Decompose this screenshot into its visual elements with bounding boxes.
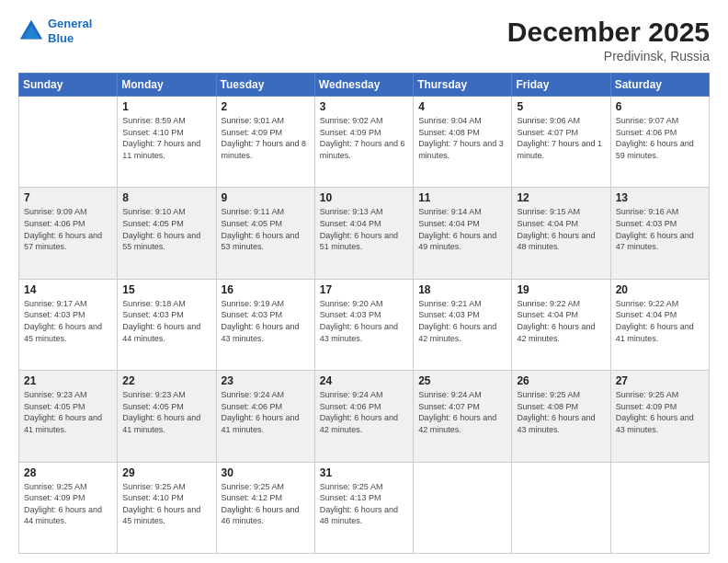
day-number: 27: [616, 374, 704, 387]
table-row: 8 Sunrise: 9:10 AMSunset: 4:05 PMDayligh…: [118, 188, 216, 279]
day-number: 2: [222, 100, 310, 113]
table-row: 18 Sunrise: 9:21 AMSunset: 4:03 PMDaylig…: [414, 279, 512, 370]
calendar-week-1: 1 Sunrise: 8:59 AMSunset: 4:10 PMDayligh…: [19, 97, 710, 188]
table-row: 29 Sunrise: 9:25 AMSunset: 4:10 PMDaylig…: [118, 462, 216, 553]
day-info: Sunrise: 9:21 AMSunset: 4:03 PMDaylight:…: [418, 298, 506, 344]
day-number: 15: [122, 283, 210, 296]
day-number: 28: [24, 466, 112, 479]
table-row: 22 Sunrise: 9:23 AMSunset: 4:05 PMDaylig…: [118, 371, 216, 462]
col-tuesday: Tuesday: [216, 74, 314, 97]
calendar-week-4: 21 Sunrise: 9:23 AMSunset: 4:05 PMDaylig…: [19, 371, 710, 462]
table-row: 28 Sunrise: 9:25 AMSunset: 4:09 PMDaylig…: [19, 462, 118, 553]
day-number: 29: [122, 466, 210, 479]
calendar-week-3: 14 Sunrise: 9:17 AMSunset: 4:03 PMDaylig…: [19, 279, 710, 370]
table-row: [610, 462, 709, 553]
day-info: Sunrise: 9:09 AMSunset: 4:06 PMDaylight:…: [24, 206, 112, 252]
day-number: 6: [616, 100, 704, 113]
day-number: 31: [320, 466, 408, 479]
day-info: Sunrise: 9:22 AMSunset: 4:04 PMDaylight:…: [517, 298, 605, 344]
day-info: Sunrise: 9:25 AMSunset: 4:09 PMDaylight:…: [616, 389, 704, 435]
table-row: 10 Sunrise: 9:13 AMSunset: 4:04 PMDaylig…: [314, 188, 413, 279]
day-number: 12: [517, 191, 605, 204]
day-number: 13: [616, 191, 704, 204]
table-row: 25 Sunrise: 9:24 AMSunset: 4:07 PMDaylig…: [414, 371, 512, 462]
day-number: 22: [122, 374, 210, 387]
table-row: 11 Sunrise: 9:14 AMSunset: 4:04 PMDaylig…: [414, 188, 512, 279]
day-number: 11: [418, 191, 506, 204]
day-info: Sunrise: 9:24 AMSunset: 4:07 PMDaylight:…: [418, 389, 506, 435]
location: Predivinsk, Russia: [507, 49, 710, 63]
day-number: 24: [320, 374, 408, 387]
day-info: Sunrise: 9:13 AMSunset: 4:04 PMDaylight:…: [320, 206, 408, 252]
table-row: 24 Sunrise: 9:24 AMSunset: 4:06 PMDaylig…: [314, 371, 413, 462]
day-info: Sunrise: 9:18 AMSunset: 4:03 PMDaylight:…: [122, 298, 210, 344]
day-info: Sunrise: 9:25 AMSunset: 4:12 PMDaylight:…: [222, 481, 310, 527]
day-info: Sunrise: 9:17 AMSunset: 4:03 PMDaylight:…: [24, 298, 112, 344]
day-number: 19: [517, 283, 605, 296]
day-info: Sunrise: 9:16 AMSunset: 4:03 PMDaylight:…: [616, 206, 704, 252]
day-info: Sunrise: 9:22 AMSunset: 4:04 PMDaylight:…: [616, 298, 704, 344]
page: General Blue December 2025 Predivinsk, R…: [0, 0, 728, 563]
table-row: 23 Sunrise: 9:24 AMSunset: 4:06 PMDaylig…: [216, 371, 314, 462]
day-number: 26: [517, 374, 605, 387]
day-number: 1: [122, 100, 210, 113]
day-number: 21: [24, 374, 112, 387]
day-info: Sunrise: 9:19 AMSunset: 4:03 PMDaylight:…: [222, 298, 310, 344]
col-wednesday: Wednesday: [314, 74, 413, 97]
logo: General Blue: [18, 17, 92, 45]
day-number: 18: [418, 283, 506, 296]
day-info: Sunrise: 9:04 AMSunset: 4:08 PMDaylight:…: [418, 115, 506, 161]
table-row: 12 Sunrise: 9:15 AMSunset: 4:04 PMDaylig…: [512, 188, 610, 279]
table-row: 14 Sunrise: 9:17 AMSunset: 4:03 PMDaylig…: [19, 279, 118, 370]
day-number: 20: [616, 283, 704, 296]
logo-icon: [18, 18, 44, 44]
day-info: Sunrise: 9:25 AMSunset: 4:10 PMDaylight:…: [122, 481, 210, 527]
day-number: 17: [320, 283, 408, 296]
table-row: 26 Sunrise: 9:25 AMSunset: 4:08 PMDaylig…: [512, 371, 610, 462]
table-row: 20 Sunrise: 9:22 AMSunset: 4:04 PMDaylig…: [610, 279, 709, 370]
table-row: 31 Sunrise: 9:25 AMSunset: 4:13 PMDaylig…: [314, 462, 413, 553]
col-saturday: Saturday: [610, 74, 709, 97]
day-info: Sunrise: 9:10 AMSunset: 4:05 PMDaylight:…: [122, 206, 210, 252]
day-info: Sunrise: 8:59 AMSunset: 4:10 PMDaylight:…: [122, 115, 210, 161]
table-row: 4 Sunrise: 9:04 AMSunset: 4:08 PMDayligh…: [414, 97, 512, 188]
day-info: Sunrise: 9:25 AMSunset: 4:13 PMDaylight:…: [320, 481, 408, 527]
calendar-table: Sunday Monday Tuesday Wednesday Thursday…: [18, 73, 710, 554]
day-info: Sunrise: 9:07 AMSunset: 4:06 PMDaylight:…: [616, 115, 704, 161]
logo-line2: Blue: [48, 31, 74, 45]
day-number: 30: [222, 466, 310, 479]
table-row: 16 Sunrise: 9:19 AMSunset: 4:03 PMDaylig…: [216, 279, 314, 370]
day-info: Sunrise: 9:01 AMSunset: 4:09 PMDaylight:…: [222, 115, 310, 161]
day-info: Sunrise: 9:25 AMSunset: 4:09 PMDaylight:…: [24, 481, 112, 527]
table-row: [512, 462, 610, 553]
day-info: Sunrise: 9:14 AMSunset: 4:04 PMDaylight:…: [418, 206, 506, 252]
day-number: 25: [418, 374, 506, 387]
calendar-week-5: 28 Sunrise: 9:25 AMSunset: 4:09 PMDaylig…: [19, 462, 710, 553]
day-info: Sunrise: 9:24 AMSunset: 4:06 PMDaylight:…: [320, 389, 408, 435]
table-row: 1 Sunrise: 8:59 AMSunset: 4:10 PMDayligh…: [118, 97, 216, 188]
table-row: 9 Sunrise: 9:11 AMSunset: 4:05 PMDayligh…: [216, 188, 314, 279]
table-row: 27 Sunrise: 9:25 AMSunset: 4:09 PMDaylig…: [610, 371, 709, 462]
col-thursday: Thursday: [414, 74, 512, 97]
logo-line1: General: [48, 17, 92, 30]
logo-text: General Blue: [48, 17, 92, 45]
day-info: Sunrise: 9:24 AMSunset: 4:06 PMDaylight:…: [222, 389, 310, 435]
day-number: 10: [320, 191, 408, 204]
table-row: 17 Sunrise: 9:20 AMSunset: 4:03 PMDaylig…: [314, 279, 413, 370]
day-number: 4: [418, 100, 506, 113]
table-row: 2 Sunrise: 9:01 AMSunset: 4:09 PMDayligh…: [216, 97, 314, 188]
day-number: 7: [24, 191, 112, 204]
table-row: 3 Sunrise: 9:02 AMSunset: 4:09 PMDayligh…: [314, 97, 413, 188]
table-row: [414, 462, 512, 553]
calendar-week-2: 7 Sunrise: 9:09 AMSunset: 4:06 PMDayligh…: [19, 188, 710, 279]
table-row: 15 Sunrise: 9:18 AMSunset: 4:03 PMDaylig…: [118, 279, 216, 370]
col-sunday: Sunday: [19, 74, 118, 97]
day-number: 23: [222, 374, 310, 387]
day-info: Sunrise: 9:23 AMSunset: 4:05 PMDaylight:…: [24, 389, 112, 435]
month-title: December 2025: [507, 17, 710, 47]
day-info: Sunrise: 9:06 AMSunset: 4:07 PMDaylight:…: [517, 115, 605, 161]
day-number: 16: [222, 283, 310, 296]
table-row: 6 Sunrise: 9:07 AMSunset: 4:06 PMDayligh…: [610, 97, 709, 188]
day-info: Sunrise: 9:25 AMSunset: 4:08 PMDaylight:…: [517, 389, 605, 435]
col-monday: Monday: [118, 74, 216, 97]
